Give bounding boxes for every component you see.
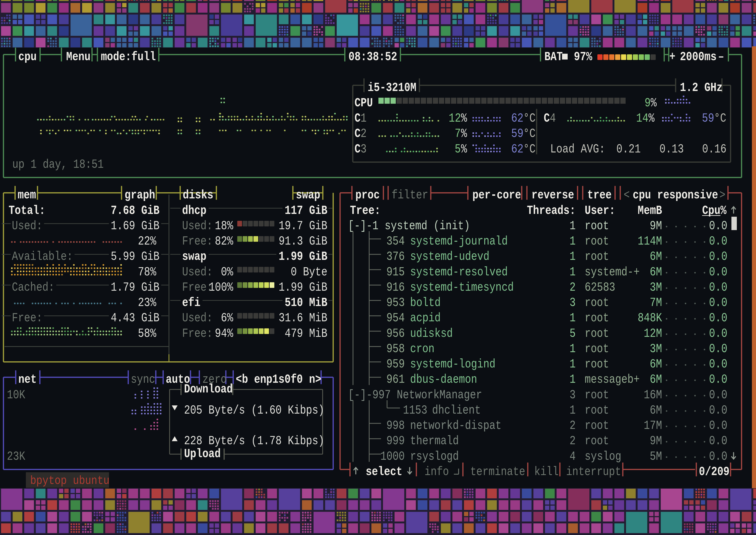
svg-text:mem: mem (18, 188, 36, 202)
svg-text:961: 961 (387, 372, 405, 386)
svg-text:94%: 94% (215, 326, 233, 341)
svg-text:systemd-resolved: systemd-resolved (410, 265, 508, 279)
svg-text:0.21: 0.21 (616, 142, 641, 156)
svg-text:22%: 22% (138, 234, 156, 248)
svg-text:6M: 6M (650, 249, 662, 264)
svg-text:CPU: CPU (355, 96, 373, 110)
svg-text:354: 354 (387, 234, 405, 248)
svg-text:Free:: Free: (182, 326, 213, 341)
svg-text:root: root (585, 403, 609, 417)
svg-text:Free:: Free: (12, 311, 42, 325)
svg-text:<: < (624, 188, 630, 202)
svg-text:°C: °C (523, 111, 535, 125)
svg-text:6M: 6M (650, 403, 662, 417)
svg-text:Menu: Menu (66, 50, 91, 64)
svg-text:1153: 1153 (403, 403, 427, 417)
svg-text:dbus-daemon: dbus-daemon (410, 372, 477, 386)
svg-text:117 GiB: 117 GiB (285, 204, 327, 217)
svg-text:954: 954 (387, 311, 405, 325)
svg-text:14: 14 (636, 111, 648, 125)
svg-text:10K: 10K (7, 388, 25, 402)
svg-text:C: C (355, 142, 361, 156)
svg-text:2: 2 (570, 280, 576, 294)
svg-text:62: 62 (511, 142, 524, 156)
svg-text:0.0: 0.0 (709, 372, 727, 386)
svg-text:9M: 9M (650, 219, 662, 233)
svg-text:mode:full: mode:full (101, 50, 156, 64)
svg-text:efi: efi (182, 296, 201, 310)
svg-text:2: 2 (570, 419, 576, 433)
svg-text:7: 7 (455, 127, 461, 141)
svg-text:1.69 GiB: 1.69 GiB (111, 219, 159, 233)
svg-text:Free:: Free: (182, 280, 213, 294)
svg-text:0.0: 0.0 (709, 434, 727, 448)
svg-text:net: net (18, 372, 37, 386)
svg-text:C: C (355, 127, 361, 141)
svg-text:4.43 GiB: 4.43 GiB (111, 311, 159, 325)
svg-text:97%: 97% (574, 50, 592, 64)
svg-text:9: 9 (645, 96, 651, 110)
svg-text:swap: swap (182, 249, 206, 264)
svg-text:root: root (585, 249, 609, 264)
svg-text:959: 959 (387, 357, 405, 371)
svg-text:0.0: 0.0 (709, 311, 727, 325)
svg-text:58%: 58% (138, 326, 156, 341)
svg-text:0/209: 0/209 (699, 465, 729, 479)
svg-text:systemd-udevd: systemd-udevd (410, 249, 489, 264)
svg-text:swap: swap (296, 188, 320, 202)
svg-text:Threads:: Threads: (527, 204, 576, 217)
svg-text:17M: 17M (644, 419, 662, 433)
svg-text:4: 4 (570, 449, 576, 464)
svg-text:cpu: cpu (18, 50, 37, 64)
svg-text:0.0: 0.0 (709, 234, 727, 248)
svg-text:root: root (585, 388, 609, 402)
svg-text:6M: 6M (650, 372, 662, 386)
svg-text:3: 3 (570, 388, 576, 402)
svg-text:23%: 23% (138, 296, 156, 310)
svg-text:12: 12 (449, 111, 461, 125)
svg-text:953: 953 (387, 296, 405, 310)
svg-text:%: % (461, 127, 467, 141)
svg-text:08:38:52: 08:38:52 (348, 50, 397, 64)
svg-text:1: 1 (570, 219, 576, 233)
svg-text:0.0: 0.0 (709, 388, 727, 402)
svg-text:848K: 848K (638, 311, 662, 325)
svg-text:networkd-dispat: networkd-dispat (410, 419, 501, 433)
svg-text:Used:: Used: (182, 311, 213, 325)
svg-text:0.0: 0.0 (709, 219, 727, 233)
svg-text:1.99 GiB: 1.99 GiB (279, 249, 327, 264)
svg-text:Available:: Available: (12, 249, 73, 264)
svg-text:°C: °C (523, 142, 535, 156)
svg-text:systemd (init): systemd (init) (385, 219, 470, 233)
svg-text:59: 59 (702, 111, 714, 125)
svg-text:1: 1 (570, 234, 576, 248)
svg-text:tree: tree (587, 188, 611, 202)
svg-text:root: root (585, 434, 609, 448)
svg-text:per-core: per-core (472, 188, 521, 202)
svg-text:User:: User: (585, 204, 615, 217)
svg-text:1.2 GHz: 1.2 GHz (680, 81, 723, 95)
svg-text:1: 1 (570, 403, 576, 417)
svg-text:bpytop ubuntu: bpytop ubuntu (30, 474, 109, 488)
svg-text:dhcp: dhcp (182, 204, 206, 217)
svg-text:1: 1 (570, 249, 576, 264)
svg-text:root: root (585, 296, 609, 310)
svg-text:rsyslogd: rsyslogd (410, 449, 459, 464)
svg-text:1: 1 (570, 357, 576, 371)
svg-text:terminate: terminate (470, 465, 525, 479)
svg-text:114M: 114M (638, 234, 662, 248)
svg-text:Used:: Used: (12, 219, 42, 233)
svg-text:1.99 GiB: 1.99 GiB (279, 280, 327, 294)
svg-text:23K: 23K (7, 449, 25, 464)
svg-text:messageb+: messageb+ (585, 372, 640, 386)
svg-text:root: root (585, 219, 609, 233)
svg-text:systemd-logind: systemd-logind (410, 357, 496, 371)
svg-text:root: root (585, 326, 609, 341)
svg-text:Download: Download (184, 382, 233, 396)
svg-text:cpu responsive: cpu responsive (633, 188, 718, 202)
svg-text:0.0: 0.0 (709, 280, 727, 294)
svg-text:thermald: thermald (410, 434, 459, 448)
svg-text:19.7 GiB: 19.7 GiB (279, 219, 327, 233)
svg-text:0 Byte: 0 Byte (291, 265, 327, 279)
svg-text:%: % (648, 111, 655, 125)
